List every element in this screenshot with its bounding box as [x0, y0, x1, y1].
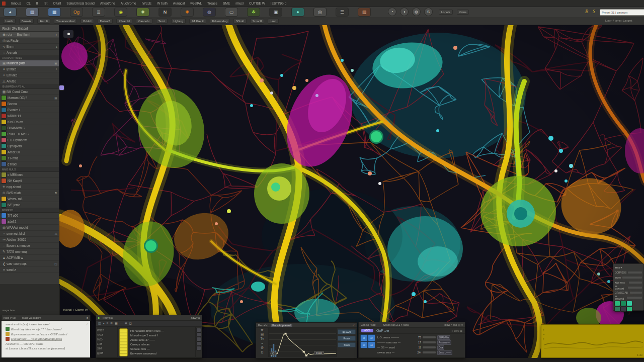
plot-tool-icon[interactable]: ▤	[256, 332, 268, 337]
notes-row[interactable]: Rsssanece — ysss pfshafslellpsjmas	[2, 336, 90, 341]
monitor-icon[interactable]: ▣	[270, 8, 282, 16]
menu-item[interactable]: SME	[223, 2, 230, 5]
menu-item[interactable]: Innous	[11, 2, 21, 5]
n-doc-icon[interactable]: N	[159, 8, 171, 16]
menu-item[interactable]: CL	[27, 2, 31, 5]
menu-item[interactable]: CUTISE W	[249, 2, 265, 5]
sidebar-row[interactable]: ⊙BVS mlab⚑	[0, 190, 59, 196]
sidebar-row[interactable]: ▦BM Csrrd Cmu	[0, 89, 59, 95]
grid-app-icon[interactable]: ▦	[48, 8, 60, 16]
sidebar-row[interactable]: Marrum OO(?▤	[0, 95, 59, 101]
dataset-property-row[interactable]: 11Osa	[417, 345, 463, 350]
sidebar-row[interactable]: gTnad	[0, 161, 59, 167]
round-toolbar-button[interactable]: ◔	[388, 8, 396, 16]
canvas-overlay-pill-icon[interactable]	[63, 30, 73, 38]
sidebar-row[interactable]: ¤sand z	[0, 267, 59, 273]
sequence-tool-icon[interactable]: ◫	[98, 321, 101, 326]
mini-inspector-row[interactable]: #We ssss	[615, 280, 642, 285]
channel-chip-icon[interactable]	[627, 301, 632, 306]
mini-inspector-header[interactable]: ssss ▾	[615, 265, 642, 270]
play-icon[interactable]: ▶	[98, 316, 100, 319]
notes-panel-menu-icon[interactable]: ±	[87, 316, 88, 319]
sidebar-row-right-icon[interactable]: ⚠	[55, 232, 57, 235]
sidebar-row-right-icon[interactable]: 1	[56, 45, 57, 48]
menu-item[interactable]: II	[36, 2, 38, 5]
sidebar-row-right-icon[interactable]: ⚑	[55, 191, 57, 195]
toolbar-text-button[interactable]: Lonels	[439, 10, 453, 15]
sidebar-row[interactable]: adef 2	[0, 219, 59, 225]
plot-tool-icon[interactable]: Θ	[256, 346, 268, 350]
sidebar-row[interactable]: 7IT p00	[0, 213, 59, 219]
mini-inspector-row[interactable]: ss ssswwsd	[615, 295, 642, 300]
notes-row[interactable]: Asstsllms — OOO? F ssms	[2, 341, 90, 345]
dataset-property-row[interactable]: 17Rsssms —	[417, 340, 463, 345]
trace-preview-panel[interactable]: ϝ⌐ϝ 1 2x	[541, 324, 644, 358]
sidebar-row[interactable]: ✎TATS ummrnq	[0, 249, 59, 255]
menu-item[interactable]: IESTING d	[271, 2, 286, 5]
sequence-line[interactable]: Andre lame 2? ——	[130, 337, 194, 342]
sphere-app-icon[interactable]: ◕	[4, 8, 16, 16]
plot-selected-tag[interactable]: Fra vAd pnessd	[271, 324, 292, 327]
menu-item[interactable]: IWLLE	[142, 2, 152, 5]
sidebar-row-right-icon[interactable]: ▸	[56, 33, 57, 36]
sequence-tool-icon[interactable]: —	[120, 321, 123, 326]
sidebar-row[interactable]: ◎ss Faste	[0, 38, 59, 44]
toolbar-text-button[interactable]: Crms	[457, 10, 469, 15]
notes-row[interactable]: st Lsssss t [ssss?] s.ss ssssst ss [wsss…	[2, 345, 90, 350]
teal-ball-icon[interactable]: ●	[292, 8, 304, 16]
plot-tool-icon[interactable]: ≈	[256, 341, 268, 346]
notes-row[interactable]: sasst a st.ls (as) / samt handeel	[2, 321, 90, 326]
bold-glyph-icon[interactable]: B	[585, 9, 588, 14]
dataset-property-row[interactable]: 75SHAMWA	[417, 335, 463, 340]
quick-button[interactable]: Ughsrg	[171, 19, 186, 24]
quick-button[interactable]: Baewts	[19, 19, 34, 24]
menu-item[interactable]: rmusi	[235, 2, 244, 5]
sequence-tool-icon[interactable]: ◻	[129, 321, 132, 326]
sequence-tool-icon[interactable]: ▦	[115, 321, 118, 326]
sidebar-row-right-icon[interactable]: ◳	[54, 262, 57, 265]
sidebar-row[interactable]: ✧Emvntd	[0, 72, 59, 78]
quick-button[interactable]: Tazrt	[156, 19, 168, 24]
quick-button[interactable]: Lmd	[268, 19, 279, 24]
sidebar-row[interactable]: ◉rota — Bnsttfuml▸	[0, 32, 59, 38]
drive-icon[interactable]: ▭	[225, 8, 237, 16]
dataset-property-row[interactable]: 2¾Bsss ⌄——	[417, 350, 463, 355]
quick-button[interactable]: Oddrd	[80, 19, 94, 24]
green-dot-icon[interactable]: ◉	[115, 8, 127, 16]
menu-item[interactable]: Sakuld insal Sound	[66, 2, 95, 5]
leaf-icon[interactable]: ☘	[248, 8, 260, 16]
sequence-tool-icon[interactable]: ▾	[103, 321, 105, 326]
sidebar-row[interactable]: wRKKHH	[0, 113, 59, 119]
disc-icon[interactable]: ◎	[314, 8, 326, 16]
sequence-line[interactable]: Mbovd vrtpe 2 ssmal f	[130, 333, 194, 337]
mini-inspector-row[interactable]: CORREOS	[615, 270, 642, 275]
sidebar-row[interactable]: ◍WAAAul mogtd	[0, 225, 59, 231]
plot-tool-icon[interactable]: ⊕	[256, 328, 268, 332]
sequence-line[interactable]: Ssnade nrds —	[130, 346, 194, 351]
sequence-side-button[interactable]	[197, 333, 201, 336]
notes-corner-icon[interactable]: ⟋	[86, 322, 89, 326]
menu-item[interactable]: weellAL	[190, 2, 202, 5]
quick-button[interactable]: Hsd fi	[37, 19, 50, 24]
menu-item[interactable]: Trease	[207, 2, 217, 5]
og-app-icon[interactable]: Og	[70, 8, 83, 16]
canvas-marker-icon[interactable]	[59, 85, 64, 90]
mini-inspector-row[interactable]: ss txswsswf	[615, 285, 642, 290]
sidebar-row-right-icon[interactable]: ▣	[54, 61, 57, 65]
sidebar-row[interactable]: PRiuE TOWLS	[0, 131, 59, 137]
sidebar-row[interactable]: ∴Bpswv-s mmqoe	[0, 243, 59, 249]
badge-icon[interactable]: ❖	[137, 8, 149, 16]
sidebar-row[interactable]: ≡smvnect ld.vl⚠	[0, 231, 59, 237]
channel-chip-icon[interactable]	[615, 301, 620, 306]
sidebar-row[interactable]: T7-mns	[0, 155, 59, 161]
image-canvas-viewport[interactable]	[59, 25, 644, 358]
list-app-icon[interactable]: ≣	[93, 8, 105, 16]
menu-item[interactable]: W buth	[157, 2, 168, 5]
dataset-thumbnail[interactable]: 02	[368, 335, 375, 341]
sidebar-row[interactable]: BHAMWMS	[0, 125, 59, 131]
sidebar-row[interactable]: Evonim /	[0, 107, 59, 113]
menu-lines-icon[interactable]: ☰	[336, 8, 348, 16]
sidebar-row[interactable]: △Anvtse	[0, 78, 59, 84]
sequence-line[interactable]: Prenattachs Brstm must —	[130, 328, 194, 333]
sidebar-row[interactable]: KinCRo av	[0, 119, 59, 125]
